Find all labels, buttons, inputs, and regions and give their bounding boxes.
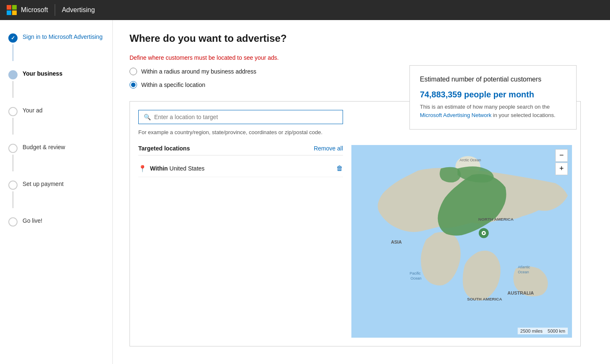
- ms-logo-grid: [7, 5, 17, 15]
- world-map-svg: ASIA NORTH AMERICA Arctic Ocean Pacific …: [351, 145, 572, 338]
- sidebar-step-label-sign-in: Sign in to Microsoft Advertising: [23, 33, 102, 40]
- step-indicator-sign-in: ✓: [8, 33, 18, 61]
- header-divider: [55, 4, 55, 16]
- step-line-5: [13, 191, 13, 208]
- svg-text:Atlantic: Atlantic: [518, 265, 530, 269]
- svg-text:Ocean: Ocean: [410, 276, 421, 280]
- search-input[interactable]: [154, 114, 338, 120]
- step-circle-your-ad: [8, 107, 18, 116]
- ms-logo-blue: [7, 10, 11, 15]
- svg-point-4: [483, 232, 485, 234]
- zoom-out-button[interactable]: −: [555, 149, 568, 162]
- map-controls: − +: [555, 149, 568, 175]
- location-section: 🔍 For example a country/region, state/pr…: [130, 101, 581, 346]
- pin-icon: 📍: [138, 165, 147, 173]
- estimated-title: Estimated number of potential customers: [420, 76, 566, 83]
- sidebar-step-label-your-ad: Your ad: [23, 106, 43, 114]
- instruction-text: Define where customers must be located t…: [130, 54, 593, 61]
- sidebar-step-label-your-business: Your business: [23, 69, 62, 77]
- network-link: Microsoft Advertising Network: [420, 112, 491, 118]
- location-item-left: 📍 Within United States: [138, 165, 205, 173]
- remove-all-button[interactable]: Remove all: [314, 145, 343, 152]
- step-circle-budget-review: [8, 144, 18, 153]
- sidebar-step-label-budget-review: Budget & review: [23, 143, 65, 150]
- svg-text:Arctic Ocean: Arctic Ocean: [460, 158, 481, 162]
- map-scale: 2500 miles 5000 km: [518, 328, 568, 334]
- header-company: Microsoft: [21, 6, 48, 14]
- sidebar-step-label-go-live: Go live!: [23, 216, 42, 224]
- delete-location-button[interactable]: 🗑: [336, 165, 343, 172]
- map-container: ASIA NORTH AMERICA Arctic Ocean Pacific …: [351, 145, 572, 338]
- checkmark-icon: ✓: [11, 35, 15, 41]
- svg-text:SOUTH AMERICA: SOUTH AMERICA: [467, 297, 502, 301]
- step-circle-payment: [8, 181, 18, 190]
- step-line-2: [13, 81, 13, 98]
- sidebar-step-budget-review: Budget & review: [0, 139, 112, 176]
- sidebar-step-label-payment: Set up payment: [23, 180, 64, 187]
- ms-logo-yellow: [12, 10, 17, 15]
- location-type-label: Within: [150, 165, 168, 172]
- main-content: Where do you want to advertise? Define w…: [113, 20, 610, 364]
- svg-text:Ocean: Ocean: [518, 270, 529, 274]
- step-line-1: [13, 44, 13, 61]
- location-name: United States: [170, 165, 205, 172]
- step-indicator-budget-review: [8, 144, 18, 171]
- search-wrapper[interactable]: 🔍: [138, 110, 343, 124]
- targeted-panel: Targeted locations Remove all 📍 Within U…: [138, 145, 343, 338]
- search-icon: 🔍: [144, 114, 151, 120]
- estimated-number: 74,883,359 people per month: [420, 90, 566, 99]
- step-line-4: [13, 155, 13, 171]
- sidebar: ✓ Sign in to Microsoft Advertising Your …: [0, 20, 113, 364]
- sidebar-step-sign-in: ✓ Sign in to Microsoft Advertising: [0, 28, 112, 65]
- sidebar-step-payment: Set up payment: [0, 176, 112, 212]
- radio-input-radius[interactable]: [130, 68, 137, 75]
- step-indicator-your-ad: [8, 107, 18, 135]
- step-circle-your-business: [8, 70, 18, 79]
- microsoft-logo: Microsoft: [7, 5, 48, 15]
- step-circle-sign-in: ✓: [8, 33, 18, 43]
- radio-input-specific[interactable]: [130, 81, 137, 89]
- radio-label-specific: Within a specific location: [141, 81, 205, 88]
- location-item-us: 📍 Within United States 🗑: [138, 160, 343, 177]
- content-wrapper: Where do you want to advertise? Define w…: [130, 33, 593, 346]
- svg-text:ASIA: ASIA: [391, 239, 402, 244]
- scale-miles: 2500 miles: [520, 328, 542, 333]
- estimated-panel: Estimated number of potential customers …: [409, 65, 577, 130]
- step-indicator-your-business: [8, 70, 18, 98]
- map-background: ASIA NORTH AMERICA Arctic Ocean Pacific …: [351, 145, 572, 338]
- ms-logo-green: [12, 5, 17, 10]
- targeted-title: Targeted locations: [138, 145, 190, 152]
- page-title: Where do you want to advertise?: [130, 33, 593, 44]
- estimated-count: 74,883,359: [420, 90, 462, 99]
- sidebar-step-your-business: Your business: [0, 65, 112, 102]
- svg-text:AUSTRALIA: AUSTRALIA: [508, 290, 534, 295]
- scale-km: 5000 km: [548, 328, 565, 333]
- sidebar-step-go-live: Go live!: [0, 212, 112, 231]
- header: Microsoft Advertising: [0, 0, 610, 20]
- radio-label-radius: Within a radius around my business addre…: [141, 68, 256, 75]
- sidebar-step-your-ad: Your ad: [0, 102, 112, 139]
- header-product: Advertising: [62, 6, 95, 14]
- step-indicator-payment: [8, 181, 18, 208]
- location-text-us: Within United States: [150, 165, 205, 172]
- svg-text:Pacific: Pacific: [409, 271, 421, 275]
- estimated-description: This is an estimate of how many people s…: [420, 103, 566, 119]
- location-results: Targeted locations Remove all 📍 Within U…: [138, 145, 572, 338]
- svg-text:NORTH AMERICA: NORTH AMERICA: [478, 216, 513, 221]
- step-line-3: [13, 118, 13, 135]
- ms-logo-red: [7, 5, 11, 10]
- targeted-header: Targeted locations Remove all: [138, 145, 343, 155]
- zoom-in-button[interactable]: +: [555, 163, 568, 175]
- estimated-count-suffix: people per month: [462, 90, 534, 99]
- step-circle-go-live: [8, 217, 18, 227]
- step-indicator-go-live: [8, 217, 18, 227]
- main-layout: ✓ Sign in to Microsoft Advertising Your …: [0, 20, 610, 364]
